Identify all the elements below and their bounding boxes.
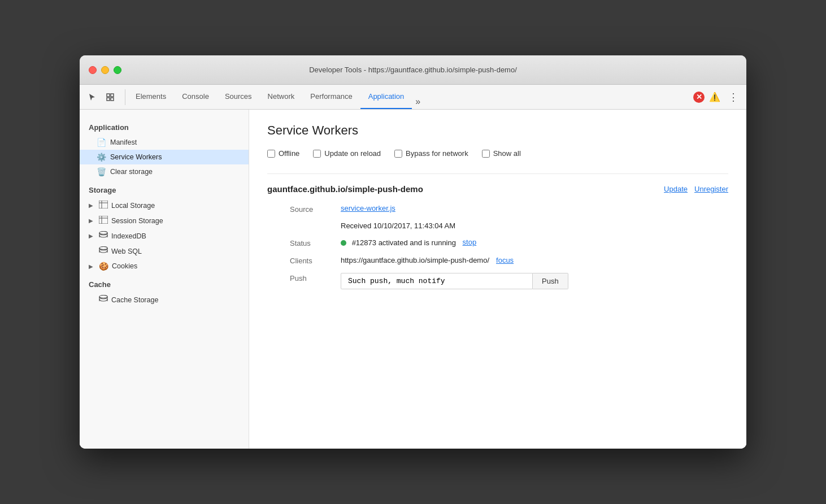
status-value: #12873 activated and is running stop bbox=[341, 238, 728, 247]
bypass-for-network-checkbox[interactable] bbox=[394, 150, 402, 158]
toolbar: Elements Console Sources Network Perform… bbox=[80, 85, 746, 110]
maximize-button[interactable] bbox=[114, 66, 121, 74]
svg-rect-7 bbox=[99, 216, 108, 224]
tab-application[interactable]: Application bbox=[360, 85, 412, 109]
status-label: Status bbox=[290, 238, 341, 247]
bypass-for-network-label: Bypass for network bbox=[406, 149, 468, 158]
service-workers-icon: ⚙️ bbox=[97, 153, 106, 162]
sw-details-table: Source service-worker.js Received 10/10/… bbox=[290, 204, 728, 289]
bypass-for-network-checkbox-label[interactable]: Bypass for network bbox=[394, 149, 468, 158]
tab-elements[interactable]: Elements bbox=[128, 85, 174, 109]
sidebar-item-cookies[interactable]: ▶ 🍪 Cookies bbox=[80, 259, 249, 273]
show-all-checkbox-label[interactable]: Show all bbox=[482, 149, 521, 158]
cache-storage-icon bbox=[99, 295, 108, 305]
svg-rect-3 bbox=[111, 98, 114, 101]
offline-checkbox[interactable] bbox=[267, 150, 275, 158]
cache-section-label: Cache bbox=[80, 273, 249, 292]
inspect-svg bbox=[106, 93, 115, 102]
clients-value: https://gauntface.github.io/simple-push-… bbox=[341, 255, 728, 265]
local-storage-icon bbox=[99, 201, 108, 210]
warning-badge[interactable]: ⚠️ bbox=[709, 92, 720, 103]
clients-label: Clients bbox=[290, 255, 341, 265]
unregister-link[interactable]: Unregister bbox=[694, 185, 728, 193]
session-storage-icon bbox=[99, 216, 108, 225]
cookies-arrow: ▶ bbox=[89, 263, 95, 270]
devtools-window: Developer Tools - https://gauntface.gith… bbox=[80, 55, 746, 449]
traffic-lights bbox=[89, 66, 121, 74]
focus-link[interactable]: focus bbox=[496, 256, 514, 264]
sidebar-item-session-storage[interactable]: ▶ Session Storage bbox=[80, 213, 249, 228]
window-title: Developer Tools - https://gauntface.gith… bbox=[309, 66, 517, 74]
stop-link[interactable]: stop bbox=[463, 238, 477, 246]
sidebar: Application 📄 Manifest ⚙️ Service Worker… bbox=[80, 110, 249, 449]
sidebar-item-manifest[interactable]: 📄 Manifest bbox=[80, 135, 249, 150]
push-button[interactable]: Push bbox=[533, 273, 568, 289]
tab-sources[interactable]: Sources bbox=[217, 85, 260, 109]
svg-rect-1 bbox=[111, 94, 114, 97]
cursor-svg bbox=[88, 93, 97, 102]
close-button[interactable] bbox=[89, 66, 97, 74]
show-all-checkbox[interactable] bbox=[482, 150, 490, 158]
minimize-button[interactable] bbox=[101, 66, 109, 74]
indexeddb-arrow: ▶ bbox=[89, 233, 95, 239]
cache-storage-label: Cache Storage bbox=[111, 296, 158, 304]
sidebar-item-service-workers[interactable]: ⚙️ Service Workers bbox=[80, 150, 249, 164]
sidebar-item-web-sql[interactable]: Web SQL bbox=[80, 244, 249, 259]
title-bar: Developer Tools - https://gauntface.gith… bbox=[80, 55, 746, 85]
update-on-reload-checkbox-label[interactable]: Update on reload bbox=[313, 149, 381, 158]
update-on-reload-checkbox[interactable] bbox=[313, 150, 321, 158]
sidebar-item-cache-storage[interactable]: Cache Storage bbox=[80, 292, 249, 307]
push-label: Push bbox=[290, 273, 341, 289]
status-dot bbox=[341, 240, 346, 246]
cookies-icon: 🍪 bbox=[99, 262, 108, 271]
source-label: Source bbox=[290, 204, 341, 214]
indexeddb-icon bbox=[99, 231, 108, 241]
clear-storage-label: Clear storage bbox=[110, 168, 153, 176]
more-tabs-button[interactable]: » bbox=[412, 94, 424, 109]
more-menu-button[interactable]: ⋮ bbox=[725, 90, 742, 105]
svg-point-10 bbox=[99, 232, 107, 234]
options-row: Offline Update on reload Bypass for netw… bbox=[267, 149, 728, 158]
push-input[interactable] bbox=[341, 273, 533, 289]
svg-rect-0 bbox=[107, 94, 110, 97]
sw-entry: gauntface.github.io/simple-push-demo Upd… bbox=[267, 173, 728, 289]
push-value: Push bbox=[341, 273, 728, 289]
update-link[interactable]: Update bbox=[664, 185, 688, 193]
session-storage-label: Session Storage bbox=[111, 217, 163, 225]
main-content: Service Workers Offline Update on reload… bbox=[249, 110, 746, 449]
error-count-badge[interactable]: ✕ bbox=[693, 92, 705, 103]
received-text: Received 10/10/2017, 11:43:04 AM bbox=[341, 221, 728, 230]
toolbar-right: ✕ ⚠️ ⋮ bbox=[693, 90, 742, 105]
tab-performance[interactable]: Performance bbox=[302, 85, 360, 109]
web-sql-icon bbox=[99, 246, 108, 256]
local-storage-arrow: ▶ bbox=[89, 202, 95, 208]
web-sql-label: Web SQL bbox=[111, 247, 142, 255]
page-title: Service Workers bbox=[267, 123, 728, 138]
sw-origin: gauntface.github.io/simple-push-demo bbox=[267, 184, 423, 194]
cursor-icon[interactable] bbox=[84, 89, 100, 105]
tab-network[interactable]: Network bbox=[260, 85, 303, 109]
main-layout: Application 📄 Manifest ⚙️ Service Worker… bbox=[80, 110, 746, 449]
toolbar-icons bbox=[84, 89, 125, 105]
sidebar-item-local-storage[interactable]: ▶ Local Storage bbox=[80, 198, 249, 213]
inspect-icon[interactable] bbox=[102, 89, 118, 105]
status-activated-text: activated and is running bbox=[379, 238, 456, 247]
manifest-icon: 📄 bbox=[97, 138, 106, 147]
offline-checkbox-label[interactable]: Offline bbox=[267, 149, 299, 158]
sidebar-item-clear-storage[interactable]: 🗑️ Clear storage bbox=[80, 164, 249, 179]
offline-label: Offline bbox=[279, 149, 299, 158]
tab-console[interactable]: Console bbox=[174, 85, 217, 109]
svg-rect-2 bbox=[107, 98, 110, 101]
sidebar-item-indexeddb[interactable]: ▶ IndexedDB bbox=[80, 228, 249, 244]
application-section-label: Application bbox=[80, 116, 249, 135]
service-workers-label: Service Workers bbox=[110, 153, 162, 161]
svg-rect-4 bbox=[99, 201, 108, 208]
tabs: Elements Console Sources Network Perform… bbox=[128, 85, 693, 109]
received-label bbox=[290, 221, 341, 230]
svg-point-16 bbox=[99, 296, 107, 298]
svg-point-13 bbox=[99, 247, 107, 250]
status-id: #12873 bbox=[352, 238, 376, 247]
push-input-row: Push bbox=[341, 273, 728, 289]
source-file-link[interactable]: service-worker.js bbox=[341, 204, 395, 212]
clear-storage-icon: 🗑️ bbox=[97, 167, 106, 176]
